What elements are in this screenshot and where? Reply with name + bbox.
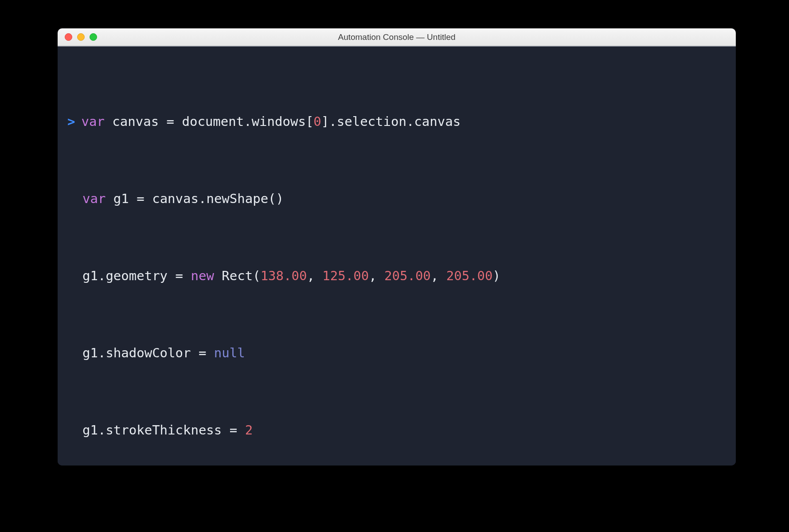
input-pane[interactable]: > var canvas = document.windows[0].selec…: [58, 47, 736, 466]
minimize-button[interactable]: [77, 33, 85, 41]
traffic-lights: [58, 33, 97, 41]
code-line-5: g1.strokeThickness = 2: [82, 417, 726, 443]
code-line-1: > var canvas = document.windows[0].selec…: [67, 109, 726, 134]
maximize-button[interactable]: [90, 33, 97, 41]
code-line-3: g1.geometry = new Rect(138.00, 125.00, 2…: [82, 263, 726, 289]
prompt-icon: >: [67, 109, 75, 134]
code-input[interactable]: > var canvas = document.windows[0].selec…: [67, 57, 726, 466]
code-text: var canvas = document.windows[0].selecti…: [81, 109, 461, 134]
titlebar[interactable]: Automation Console — Untitled: [58, 28, 736, 46]
close-button[interactable]: [65, 33, 72, 41]
console-window: Automation Console — Untitled > var canv…: [58, 28, 736, 466]
window-title: Automation Console — Untitled: [58, 32, 736, 42]
code-line-2: var g1 = canvas.newShape(): [82, 186, 726, 211]
code-line-4: g1.shadowColor = null: [82, 340, 726, 366]
